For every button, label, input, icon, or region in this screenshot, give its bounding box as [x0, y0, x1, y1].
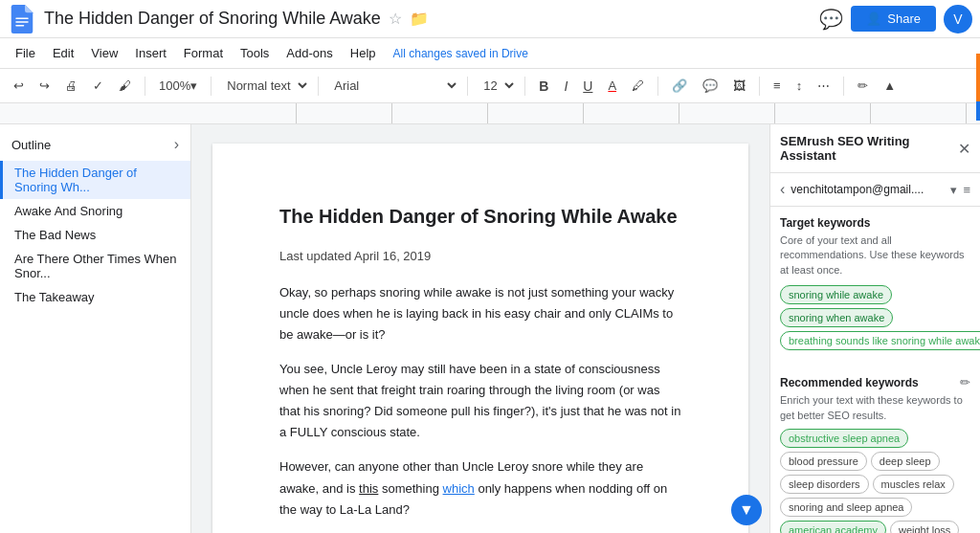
toolbar-divider-3: [318, 77, 319, 96]
menu-edit[interactable]: Edit: [45, 42, 81, 64]
font-size-select[interactable]: 12 14 16 18: [476, 76, 517, 96]
panel-header: SEMrush SEO Writing Assistant ✕: [770, 124, 980, 173]
print-button[interactable]: 🖨: [59, 75, 83, 97]
recommended-keyword-tags: obstructive sleep apnea blood pressure d…: [770, 429, 980, 533]
outline-item-1[interactable]: Awake And Snoring: [0, 199, 190, 223]
rec-kw-1[interactable]: blood pressure: [780, 452, 867, 471]
svg-rect-0: [15, 17, 29, 19]
font-select[interactable]: Arial Times New Roman: [326, 76, 459, 96]
folder-icon[interactable]: 📁: [410, 10, 429, 28]
bold-button[interactable]: B: [533, 75, 554, 98]
target-kw-tag-1[interactable]: snoring when awake: [780, 308, 893, 327]
toolbar-divider-8: [843, 77, 844, 96]
sidebar-close-button[interactable]: ›: [174, 136, 179, 153]
outline-item-2[interactable]: The Bad News: [0, 223, 190, 247]
outline-sidebar: Outline › The Hidden Danger of Snoring W…: [0, 124, 191, 533]
menu-tools[interactable]: Tools: [233, 42, 277, 64]
svg-rect-1: [15, 21, 29, 23]
target-kw-tag-0[interactable]: snoring while awake: [780, 285, 892, 304]
toolbar-divider-4: [467, 77, 468, 96]
rec-kw-2[interactable]: deep sleep: [871, 452, 940, 471]
rec-kw-7[interactable]: weight loss: [890, 521, 959, 533]
recommended-keywords-header: Recommended keywords ✏: [770, 367, 980, 393]
recommended-keywords-title: Recommended keywords: [780, 376, 919, 389]
toolbar-divider-5: [524, 77, 525, 96]
account-email: venchitotampon@gmail....: [785, 183, 950, 196]
menu-format[interactable]: Format: [176, 42, 231, 64]
comment-button[interactable]: 💬: [697, 75, 724, 97]
rec-kw-6[interactable]: american academy: [780, 521, 886, 533]
save-status[interactable]: All changes saved in Drive: [393, 47, 528, 60]
comment-icon[interactable]: 💬: [819, 8, 843, 31]
input-tools-button[interactable]: ✏: [852, 75, 874, 97]
outline-item-4[interactable]: The Takeaway: [0, 285, 190, 309]
document-page[interactable]: The Hidden Danger of Snoring While Awake…: [212, 144, 748, 533]
line-spacing-button[interactable]: ↕: [791, 75, 809, 97]
rec-kw-3[interactable]: sleep disorders: [780, 475, 869, 494]
scroll-down-button[interactable]: ▼: [731, 495, 762, 525]
menu-bar: File Edit View Insert Format Tools Add-o…: [0, 38, 980, 69]
svg-rect-2: [15, 25, 24, 27]
avatar[interactable]: V: [944, 5, 972, 33]
star-icon[interactable]: ☆: [389, 10, 402, 28]
target-kw-tag-2[interactable]: breathing sounds like snoring while awak…: [780, 331, 980, 350]
underline-button[interactable]: U: [577, 75, 598, 98]
menu-insert[interactable]: Insert: [127, 42, 174, 64]
target-keyword-tags: snoring while awake snoring when awake b…: [780, 285, 970, 350]
document-title[interactable]: The Hidden Danger of Snoring While Awake: [44, 9, 381, 30]
recommended-keywords-desc: Enrich your text with these keywords to …: [770, 393, 980, 429]
orange-accent-bar: [976, 54, 980, 101]
zoom-control[interactable]: 100%▾: [153, 77, 203, 95]
toolbar-divider-7: [759, 77, 760, 96]
panel-close-button[interactable]: ✕: [958, 140, 970, 158]
outline-item-0[interactable]: The Hidden Danger of Snoring Wh...: [0, 161, 190, 199]
top-right-area: 💬 👤 SEMrush SEO Writing Assistant Share …: [819, 5, 972, 33]
panel-menu-button[interactable]: ≡: [963, 183, 970, 197]
sidebar-header: Outline ›: [0, 132, 190, 161]
paragraph-style-select[interactable]: Normal text Heading 1 Heading 2: [219, 76, 310, 96]
share-icon: 👤: [866, 11, 881, 26]
toolbar-divider-1: [145, 77, 145, 96]
menu-view[interactable]: View: [83, 42, 125, 64]
doc-heading-1: The Hidden Danger of Snoring While Awake: [279, 201, 681, 232]
text-color-button[interactable]: A: [602, 75, 622, 97]
spellcheck-button[interactable]: ✓: [87, 75, 109, 97]
docs-logo-icon: [8, 5, 36, 33]
rec-kw-0[interactable]: obstructive sleep apnea: [780, 429, 908, 448]
target-keywords-title: Target keywords: [780, 216, 970, 230]
doc-paragraph-3: However, can anyone other than Uncle Ler…: [279, 456, 681, 520]
link-button[interactable]: 🔗: [666, 75, 693, 97]
italic-button[interactable]: I: [558, 75, 573, 98]
menu-help[interactable]: Help: [343, 42, 384, 64]
doc-paragraph-1: Okay, so perhaps snoring while awake is …: [279, 282, 681, 345]
toolbar-divider-2: [211, 77, 212, 96]
undo-button[interactable]: ↩: [8, 75, 30, 97]
outline-item-3[interactable]: Are There Other Times When Snor...: [0, 247, 190, 285]
rec-kw-5[interactable]: snoring and sleep apnea: [780, 498, 912, 517]
share-button[interactable]: 👤 SEMrush SEO Writing Assistant Share: [851, 6, 936, 32]
account-bar: ‹ venchitotampon@gmail.... ▾ ≡: [770, 173, 980, 207]
sidebar-title: Outline: [11, 138, 51, 152]
paint-format-button[interactable]: 🖌: [113, 75, 137, 97]
ruler: [0, 103, 980, 124]
more-button[interactable]: ⋯: [812, 75, 835, 97]
ruler-inner: [201, 103, 980, 123]
collapse-button[interactable]: ▲: [878, 75, 902, 97]
highlight-button[interactable]: 🖊: [626, 75, 650, 97]
doc-date: Last updated April 16, 2019: [279, 247, 681, 267]
rec-kw-4[interactable]: muscles relax: [873, 475, 954, 494]
account-dropdown-button[interactable]: ▾: [950, 183, 957, 197]
target-keywords-desc: Core of your text and all recommendation…: [780, 233, 970, 278]
document-area[interactable]: The Hidden Danger of Snoring While Awake…: [191, 124, 769, 533]
edit-icon[interactable]: ✏: [960, 375, 970, 389]
panel-title: SEMrush SEO Writing Assistant: [780, 134, 958, 163]
blue-accent-bar: [976, 101, 980, 121]
align-button[interactable]: ≡: [768, 75, 787, 97]
doc-paragraph-2: You see, Uncle Leroy may still have been…: [279, 359, 681, 443]
target-keywords-section: Target keywords Core of your text and al…: [770, 207, 980, 360]
redo-button[interactable]: ↪: [33, 75, 56, 97]
menu-file[interactable]: File: [8, 42, 43, 64]
title-area: The Hidden Danger of Snoring While Awake…: [44, 9, 819, 30]
image-button[interactable]: 🖼: [727, 75, 751, 97]
menu-addons[interactable]: Add-ons: [278, 42, 340, 64]
